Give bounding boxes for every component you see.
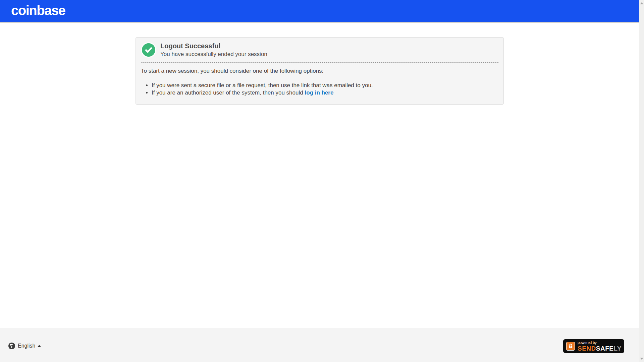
sendsafely-wordmark: SENDSAFELY: [578, 345, 622, 352]
list-item-text: If you are an authorized user of the sys…: [152, 89, 305, 96]
intro-text: To start a new session, you should consi…: [141, 68, 498, 74]
log-in-here-link[interactable]: log in here: [305, 89, 333, 96]
logout-status-row: Logout Successful You have successfully …: [141, 42, 498, 58]
caret-up-icon: [38, 345, 41, 347]
language-label: English: [18, 343, 35, 349]
options-list: If you were sent a secure file or a file…: [141, 82, 498, 96]
language-selector[interactable]: English: [8, 342, 41, 350]
page-content: coinbase Logout Successful You have succ…: [0, 0, 639, 362]
logout-status-text: Logout Successful You have successfully …: [160, 42, 267, 58]
page-title: Logout Successful: [160, 42, 267, 50]
success-check-icon: [141, 42, 156, 58]
sendsafely-badge[interactable]: powered by SENDSAFELY: [563, 339, 624, 353]
lock-icon: [566, 342, 575, 351]
coinbase-logo: coinbase: [11, 4, 65, 17]
list-item-authorized-user: If you are an authorized user of the sys…: [152, 89, 498, 97]
powered-by-label: powered by: [578, 341, 622, 345]
footer-bar: English powered by SENDSAFELY: [0, 328, 639, 362]
page-subtitle: You have successfully ended your session: [160, 51, 267, 58]
logout-panel: Logout Successful You have successfully …: [136, 37, 504, 105]
scroll-up-arrow-icon[interactable]: [640, 2, 643, 4]
list-item-text: If you were sent a secure file or a file…: [152, 82, 373, 88]
header-bar: coinbase: [0, 0, 639, 22]
sendsafely-badge-text: powered by SENDSAFELY: [578, 341, 622, 352]
vertical-scrollbar[interactable]: [639, 0, 644, 362]
scroll-down-arrow-icon[interactable]: [640, 358, 643, 360]
dotted-divider: [141, 62, 498, 63]
globe-icon: [8, 342, 15, 350]
list-item-secure-file: If you were sent a secure file or a file…: [152, 82, 498, 89]
